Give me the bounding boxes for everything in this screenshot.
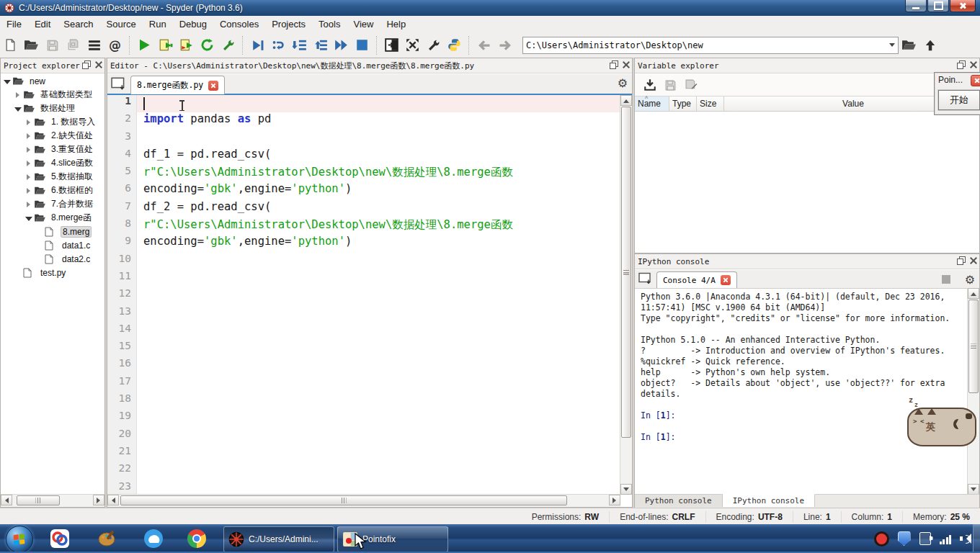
code-line[interactable] xyxy=(137,323,620,340)
tree-item-14[interactable]: test.py xyxy=(1,266,104,279)
code-line[interactable] xyxy=(137,392,620,410)
code-line[interactable] xyxy=(137,462,620,480)
taskbar-paint-app-icon[interactable] xyxy=(97,528,118,549)
taskbar-chrome-icon[interactable] xyxy=(186,528,208,549)
tree-item-0[interactable]: new xyxy=(1,74,104,88)
expander-closed-icon[interactable] xyxy=(25,160,32,167)
expander-closed-icon[interactable] xyxy=(25,187,32,194)
expander-closed-icon[interactable] xyxy=(25,174,32,181)
browse-directory-icon[interactable] xyxy=(899,35,919,55)
expander-open-icon[interactable] xyxy=(25,215,32,222)
expander-closed-icon[interactable] xyxy=(25,201,32,208)
security-shield-tray-icon[interactable] xyxy=(898,531,911,546)
menu-item-file[interactable]: File xyxy=(0,17,28,32)
editor-options-gear-icon[interactable]: ⚙ xyxy=(618,76,628,90)
tree-item-5[interactable]: 3.重复值处 xyxy=(1,143,104,156)
symbol-finder-icon[interactable]: @ xyxy=(105,35,125,55)
undock-icon[interactable] xyxy=(82,60,90,68)
menu-item-consoles[interactable]: Consoles xyxy=(213,17,265,32)
tab-close-icon[interactable] xyxy=(721,275,731,285)
interrupt-kernel-icon[interactable] xyxy=(942,275,950,284)
code-line[interactable]: encoding='gbk',engine='python') xyxy=(137,182,620,199)
code-line[interactable] xyxy=(137,375,620,392)
pointofix-start-button[interactable]: 开始 xyxy=(938,90,980,110)
column-name[interactable]: ^Name xyxy=(635,96,669,111)
power-plug-tray-icon[interactable] xyxy=(919,532,931,545)
recording-tray-icon[interactable] xyxy=(874,531,889,547)
menu-item-help[interactable]: Help xyxy=(380,17,412,32)
code-line[interactable] xyxy=(137,305,620,323)
editor-body[interactable]: 1234567891011121314151617181920212223 im… xyxy=(107,95,620,495)
file-switcher-icon[interactable] xyxy=(84,35,104,55)
maximize-button[interactable] xyxy=(927,0,949,12)
tree-item-3[interactable]: 1. 数据导入 xyxy=(1,115,104,129)
expander-closed-icon[interactable] xyxy=(25,132,32,140)
console-options-gear-icon[interactable]: ⚙ xyxy=(965,273,975,287)
bottom-tab-ipython-console[interactable]: IPython console xyxy=(723,494,815,507)
project-hscrollbar[interactable] xyxy=(1,494,104,507)
tree-item-10[interactable]: 8.merge函 xyxy=(1,211,104,225)
expander-open-icon[interactable] xyxy=(4,78,11,85)
menu-item-source[interactable]: Source xyxy=(100,17,143,32)
expander-closed-icon[interactable] xyxy=(25,119,32,126)
scroll-down-icon[interactable] xyxy=(620,484,632,495)
show-desktop-button[interactable] xyxy=(973,524,980,553)
code-line[interactable] xyxy=(137,287,620,305)
debug-step-return-icon[interactable] xyxy=(311,35,330,55)
save-icon-disabled[interactable] xyxy=(43,35,62,55)
code-line[interactable]: r"C:\Users\Administrator\Desktop\new\数据处… xyxy=(137,165,620,182)
undock-icon[interactable] xyxy=(610,60,618,68)
code-area[interactable]: import pandas as pddf_1 = pd.read_csv(r"… xyxy=(137,95,620,495)
tree-item-11[interactable]: 8.merg xyxy=(1,225,104,238)
configure-icon[interactable] xyxy=(218,35,238,55)
scroll-right-icon[interactable] xyxy=(609,495,620,505)
tree-item-9[interactable]: 7.合并数据 xyxy=(1,197,104,211)
save-all-icon-disabled[interactable] xyxy=(63,35,83,55)
scroll-thumb[interactable] xyxy=(621,107,631,438)
code-line[interactable] xyxy=(137,428,620,445)
console-vscrollbar[interactable] xyxy=(967,288,979,495)
expander-closed-icon[interactable] xyxy=(25,146,32,153)
tree-item-6[interactable]: 4.slice函数 xyxy=(1,156,104,170)
expander-open-icon[interactable] xyxy=(14,105,22,112)
save-data-as-icon-disabled[interactable] xyxy=(682,76,701,95)
code-line[interactable]: import pandas as pd xyxy=(137,112,620,130)
taskbar-button-spyder[interactable]: C:/Users/Admini... xyxy=(223,526,334,552)
scroll-thumb[interactable] xyxy=(17,495,60,505)
open-file-icon[interactable] xyxy=(22,35,41,55)
fullscreen-icon[interactable] xyxy=(403,35,422,55)
editor-vscrollbar[interactable] xyxy=(620,95,632,495)
menu-item-view[interactable]: View xyxy=(347,17,380,32)
parent-directory-icon[interactable] xyxy=(920,35,940,55)
run-cell-icon[interactable] xyxy=(156,35,175,55)
menu-item-run[interactable]: Run xyxy=(143,17,173,32)
browse-tabs-icon[interactable] xyxy=(638,271,654,285)
debug-step-into-icon[interactable] xyxy=(290,35,309,55)
tree-item-7[interactable]: 5.数据抽取 xyxy=(1,170,104,184)
code-line[interactable] xyxy=(137,357,620,374)
pointofix-titlebar[interactable]: Poin... xyxy=(935,73,980,87)
path-dropdown-arrow[interactable] xyxy=(886,37,898,53)
start-button[interactable] xyxy=(6,526,33,553)
code-line[interactable]: r"C:\Users\Administrator\Desktop\new\数据处… xyxy=(137,217,620,235)
scroll-up-icon[interactable] xyxy=(968,288,979,299)
column-type[interactable]: Type xyxy=(669,96,697,111)
code-line[interactable]: encoding='gbk',engine='python') xyxy=(137,235,620,252)
debug-continue-icon[interactable] xyxy=(331,35,351,55)
editor-tab[interactable]: 8.merge函数.py xyxy=(130,76,225,94)
scroll-thumb[interactable] xyxy=(120,495,567,505)
tree-item-12[interactable]: data1.c xyxy=(1,238,104,252)
save-data-icon-disabled[interactable] xyxy=(661,76,680,95)
tree-item-2[interactable]: 数据处理 xyxy=(1,102,104,115)
undock-icon[interactable] xyxy=(957,256,965,264)
code-line[interactable] xyxy=(137,410,620,427)
close-button[interactable] xyxy=(950,0,976,12)
menu-item-tools[interactable]: Tools xyxy=(312,17,347,32)
back-arrow-icon[interactable] xyxy=(474,35,494,55)
code-line[interactable] xyxy=(137,445,620,462)
tree-item-13[interactable]: data2.c xyxy=(1,252,104,266)
menu-item-edit[interactable]: Edit xyxy=(28,17,57,32)
close-panel-icon[interactable] xyxy=(969,60,977,68)
forward-arrow-icon[interactable] xyxy=(495,35,514,55)
expander-closed-icon[interactable] xyxy=(14,91,22,99)
